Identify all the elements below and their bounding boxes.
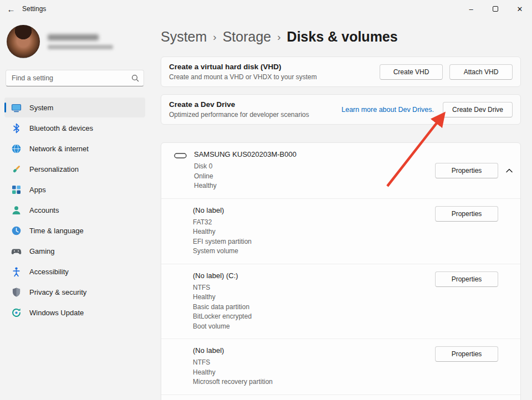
user-profile-text [48, 34, 113, 49]
chevron-right-icon: › [277, 27, 280, 47]
sidebar-nav: System Bluetooth & devices Network & int… [4, 98, 145, 322]
search-input[interactable] [6, 70, 144, 86]
dev-drive-card-text: Create a Dev Drive Optimized performance… [169, 100, 341, 119]
minimize-icon: – [469, 5, 473, 13]
disk-detail: Online [194, 172, 296, 182]
disk-list: SAMSUNG KUS020203M-B000 Disk 0 Online He… [161, 142, 521, 400]
sidebar-item-label: Bluetooth & devices [29, 124, 93, 132]
volume-detail: Healthy [193, 293, 252, 302]
row-controls: Properties [435, 206, 520, 222]
sidebar-item-label: Gaming [29, 247, 55, 255]
sidebar-item-label: Accessibility [29, 268, 69, 276]
table-row: (No label) NTFS Healthy Microsoft recove… [161, 339, 520, 394]
volume-detail: NTFS [193, 358, 273, 368]
sidebar: System Bluetooth & devices Network & int… [0, 18, 150, 400]
collapse-chevron-up-icon[interactable] [498, 168, 520, 173]
volume-text: (No label) (C:) NTFS Healthy Basic data … [193, 271, 252, 332]
volume-info: (No label) NTFS Healthy Microsoft recove… [174, 346, 435, 387]
dev-drive-learn-more-link[interactable]: Learn more about Dev Drives. [341, 106, 434, 114]
volume-name: (No label) [193, 346, 273, 355]
row-controls: Properties [435, 163, 520, 178]
paintbrush-icon [11, 164, 22, 175]
sidebar-item-privacy-security[interactable]: Privacy & security [4, 282, 145, 302]
sidebar-item-system[interactable]: System [4, 98, 145, 117]
sidebar-item-accessibility[interactable]: Accessibility [4, 261, 145, 281]
sidebar-item-bluetooth-devices[interactable]: Bluetooth & devices [4, 118, 145, 138]
sidebar-item-apps[interactable]: Apps [4, 180, 145, 199]
accessibility-person-icon [11, 266, 22, 277]
vhd-card: Create a virtual hard disk (VHD) Create … [161, 57, 521, 87]
volume-name: (No label) [193, 206, 252, 214]
volume-detail: System volume [193, 247, 252, 257]
user-name-blurred [48, 34, 99, 40]
row-controls: Properties [435, 271, 520, 287]
sidebar-item-time-language[interactable]: Time & language [4, 220, 145, 240]
sidebar-item-label: Accounts [29, 206, 59, 214]
breadcrumb-system[interactable]: System [161, 27, 207, 46]
properties-button[interactable]: Properties [435, 271, 498, 287]
volume-detail: Basic data partition [193, 302, 252, 312]
breadcrumb: System › Storage › Disks & volumes [161, 27, 521, 47]
chevron-right-icon: › [213, 27, 216, 47]
volume-detail: Healthy [193, 227, 252, 237]
back-button[interactable]: ← [0, 0, 22, 18]
row-controls: Properties [435, 346, 520, 362]
properties-button[interactable]: Properties [435, 346, 498, 362]
page-title: Disks & volumes [287, 27, 398, 46]
disk-name: SAMSUNG KUS020203M-B000 [194, 150, 296, 158]
titlebar: ← Settings – ✕ [0, 0, 532, 18]
sidebar-item-accounts[interactable]: Accounts [4, 200, 145, 220]
sidebar-item-personalization[interactable]: Personalization [4, 159, 145, 179]
update-refresh-icon [11, 307, 22, 318]
window-controls: – ✕ [459, 0, 532, 18]
system-icon [11, 102, 22, 113]
volume-info: (No label) (C:) NTFS Healthy Basic data … [174, 271, 435, 332]
minimize-button[interactable]: – [459, 0, 483, 18]
properties-button[interactable]: Properties [435, 163, 498, 178]
vhd-card-title: Create a virtual hard disk (VHD) [169, 63, 380, 71]
disk-detail: Disk 0 [194, 162, 296, 172]
clock-icon [11, 225, 22, 236]
globe-icon [11, 143, 22, 154]
table-row: Windows RE tools NTFS Healthy Properties [161, 394, 520, 400]
volume-text: (No label) NTFS Healthy Microsoft recove… [193, 346, 273, 387]
sidebar-item-windows-update[interactable]: Windows Update [4, 302, 145, 322]
disk-info: SAMSUNG KUS020203M-B000 Disk 0 Online He… [174, 150, 435, 191]
avatar [7, 25, 40, 58]
breadcrumb-storage[interactable]: Storage [223, 27, 272, 46]
apps-grid-icon [11, 184, 22, 195]
properties-button[interactable]: Properties [435, 206, 498, 222]
user-profile[interactable] [4, 22, 145, 61]
sidebar-item-label: Personalization [29, 165, 79, 173]
ssd-disk-icon [174, 152, 187, 191]
disk-detail: Healthy [194, 181, 296, 191]
close-icon: ✕ [517, 5, 523, 13]
game-controller-icon [11, 246, 22, 257]
sidebar-item-gaming[interactable]: Gaming [4, 241, 145, 261]
sidebar-item-label: Apps [29, 186, 46, 194]
disk-text: SAMSUNG KUS020203M-B000 Disk 0 Online He… [194, 150, 296, 191]
table-row: SAMSUNG KUS020203M-B000 Disk 0 Online He… [161, 143, 520, 198]
sidebar-item-label: Privacy & security [29, 288, 86, 296]
bluetooth-icon [11, 123, 22, 134]
volume-detail: Microsoft recovery partition [193, 377, 273, 387]
close-button[interactable]: ✕ [508, 0, 532, 18]
person-icon [11, 205, 22, 216]
sidebar-item-label: Windows Update [29, 309, 84, 317]
sidebar-item-label: Network & internet [29, 145, 89, 153]
create-vhd-button[interactable]: Create VHD [380, 64, 443, 80]
maximize-icon [493, 6, 498, 12]
settings-window: ← Settings – ✕ [0, 0, 532, 400]
create-dev-drive-button[interactable]: Create Dev Drive [443, 102, 513, 117]
volume-name: (No label) (C:) [193, 271, 252, 280]
volume-info: (No label) FAT32 Healthy EFI system part… [174, 206, 435, 257]
sidebar-item-label: System [29, 104, 53, 112]
sidebar-item-network-internet[interactable]: Network & internet [4, 139, 145, 158]
vhd-card-description: Create and mount a VHD or VHDX to your s… [169, 73, 380, 81]
vhd-card-buttons: Create VHD Attach VHD [380, 64, 513, 80]
volume-detail: NTFS [193, 283, 252, 293]
volume-detail: BitLocker encrypted [193, 312, 252, 322]
maximize-button[interactable] [483, 0, 508, 18]
attach-vhd-button[interactable]: Attach VHD [449, 64, 513, 80]
search-icon [131, 74, 139, 82]
